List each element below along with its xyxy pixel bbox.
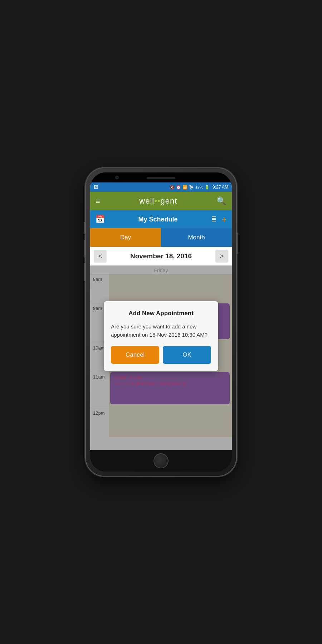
section-title: My Schedule <box>138 216 177 223</box>
power-button <box>237 233 238 254</box>
next-arrow: > <box>220 253 224 260</box>
mute-button <box>84 222 85 234</box>
time-display: 9:27 AM <box>213 185 228 190</box>
search-icon[interactable]: 🔍 <box>216 196 226 206</box>
app-header: ≡ well••gent 🔍 <box>90 192 232 210</box>
top-notch <box>90 172 232 182</box>
ok-button[interactable]: OK <box>163 346 211 364</box>
modal-overlay: Add New Appointment Are you sure you wan… <box>90 265 232 450</box>
camera <box>115 176 119 179</box>
current-date: November 18, 2016 <box>130 252 192 260</box>
mute-icon: 🔇 <box>170 185 175 190</box>
modal-dialog: Add New Appointment Are you sure you wan… <box>104 301 218 371</box>
phone-screen: 🖼 🔇 ⏰ 📶 📡 17% 🔋 9:27 AM ≡ well••gent <box>90 172 232 472</box>
volume-down-button <box>84 263 85 281</box>
schedule-content: Friday 8am 9am Jones,Sally (Intensive In… <box>90 265 232 450</box>
status-right-icons: 🔇 ⏰ 📶 📡 17% 🔋 9:27 AM <box>170 185 228 190</box>
header-actions: ≣ + <box>211 214 227 225</box>
month-view-button[interactable]: Month <box>161 228 232 247</box>
status-left-icons: 🖼 <box>94 185 98 190</box>
day-view-button[interactable]: Day <box>90 228 161 247</box>
prev-date-button[interactable]: < <box>94 250 107 263</box>
screen-content: 🖼 🔇 ⏰ 📶 📡 17% 🔋 9:27 AM ≡ well••gent <box>90 182 232 450</box>
battery-icon: 🔋 <box>205 185 210 190</box>
photo-icon: 🖼 <box>94 185 98 190</box>
modal-body: Are you sure you want to add a new appoi… <box>111 323 211 339</box>
phone-frame: 🖼 🔇 ⏰ 📶 📡 17% 🔋 9:27 AM ≡ well••gent <box>86 168 236 476</box>
date-navigation: < November 18, 2016 > <box>90 247 232 265</box>
next-date-button[interactable]: > <box>215 250 228 263</box>
logo-dots: •• <box>154 196 160 205</box>
month-label: Month <box>188 234 205 241</box>
alarm-icon: ⏰ <box>176 185 181 190</box>
view-toggle: Day Month <box>90 228 232 247</box>
speaker <box>147 177 175 179</box>
section-header: 📅 My Schedule ≣ + <box>90 210 232 228</box>
prev-arrow: < <box>98 253 102 260</box>
signal-icon: 📡 <box>189 185 194 190</box>
calendar-icon: 📅 <box>95 215 105 224</box>
battery-text: 17% <box>195 185 203 189</box>
phone-bottom-bar <box>90 450 232 472</box>
list-view-icon[interactable]: ≣ <box>211 215 216 223</box>
modal-title: Add New Appointment <box>111 310 211 317</box>
hamburger-icon[interactable]: ≡ <box>96 197 100 205</box>
add-appointment-icon[interactable]: + <box>221 214 227 225</box>
app-logo: well••gent <box>139 196 177 206</box>
cancel-button[interactable]: Cancel <box>111 346 159 364</box>
wifi-icon: 📶 <box>182 185 187 190</box>
day-label: Day <box>120 234 131 241</box>
status-bar: 🖼 🔇 ⏰ 📶 📡 17% 🔋 9:27 AM <box>90 182 232 192</box>
volume-up-button <box>84 240 85 258</box>
modal-buttons: Cancel OK <box>111 346 211 364</box>
home-button[interactable] <box>153 453 169 468</box>
